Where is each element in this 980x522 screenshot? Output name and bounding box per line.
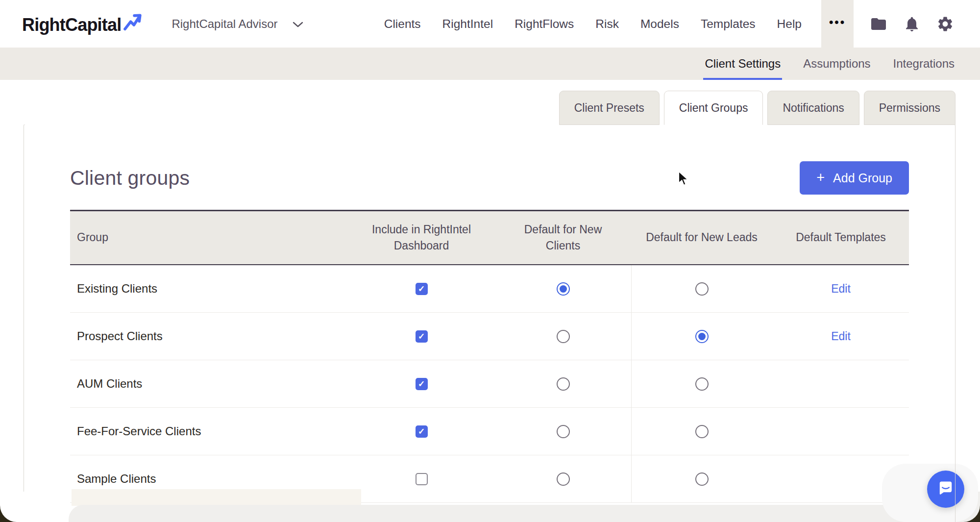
cell-default-templates: Edit [772,265,909,312]
cell-default-new-clients [495,455,631,502]
dashboard-checkbox[interactable] [416,473,428,485]
new-clients-radio[interactable] [557,330,570,343]
panel-edge-line [955,451,956,522]
cell-include-dashboard [348,455,495,502]
cell-default-new-leads [631,408,772,455]
cell-default-new-leads [631,360,772,407]
page-head: Client groups + Add Group [70,161,909,195]
next-row-peek [72,489,361,506]
table-row: Existing Clients✓Edit [70,265,909,313]
nav-link-templates[interactable]: Templates [701,17,756,31]
bell-icon[interactable] [903,15,921,33]
cell-default-new-clients [495,408,631,455]
plus-icon: + [816,171,825,185]
group-name: Existing Clients [70,282,348,296]
new-leads-radio[interactable] [695,282,709,296]
nav-link-rightflows[interactable]: RightFlows [514,17,574,31]
main-nav-links: ClientsRightIntelRightFlowsRiskModelsTem… [384,17,802,31]
cell-default-new-clients [495,360,631,407]
nav-link-risk[interactable]: Risk [595,17,619,31]
column-header-2: Default for New Clients [495,222,631,254]
new-clients-radio[interactable] [557,282,570,296]
cell-include-dashboard: ✓ [348,360,495,407]
subnav-item-integrations[interactable]: Integrations [893,48,955,80]
dashboard-checkbox[interactable]: ✓ [416,378,428,390]
nav-link-rightintel[interactable]: RightIntel [442,17,493,31]
cell-include-dashboard: ✓ [348,408,495,455]
new-leads-radio[interactable] [695,377,709,391]
overflow-menu-button[interactable]: ••• [821,0,854,48]
column-header-0: Group [70,229,348,246]
page-title: Client groups [70,167,190,190]
rightcapital-logo[interactable]: RightCapital [22,13,142,35]
edit-templates-link[interactable]: Edit [831,330,851,343]
cell-default-new-leads [631,265,772,312]
tab-notifications[interactable]: Notifications [767,91,859,125]
cell-default-templates [772,360,909,407]
group-name: Fee-For-Service Clients [70,424,348,438]
new-leads-radio[interactable] [695,472,709,486]
gear-icon[interactable] [936,15,955,33]
nav-link-clients[interactable]: Clients [384,17,421,31]
utility-icons [869,15,955,33]
subnav-item-assumptions[interactable]: Assumptions [803,48,870,80]
add-group-button[interactable]: + Add Group [800,161,909,195]
cell-include-dashboard: ✓ [348,265,495,312]
column-header-4: Default Templates [772,229,909,246]
table-header: GroupInclude in RightIntel DashboardDefa… [70,211,909,265]
new-leads-radio[interactable] [695,425,709,438]
nav-link-help[interactable]: Help [777,17,802,31]
cell-default-new-leads [631,313,772,360]
settings-subnav: Client SettingsAssumptionsIntegrations [0,48,980,80]
client-groups-table: GroupInclude in RightIntel DashboardDefa… [70,210,909,503]
tabs-bar: Client PresetsClient GroupsNotifications… [0,80,980,124]
chevron-down-icon [293,17,303,31]
tab-client-groups[interactable]: Client Groups [664,91,763,125]
column-header-3: Default for New Leads [631,229,772,246]
chat-launcher-button[interactable] [927,471,964,508]
cell-default-new-leads [631,455,772,502]
cell-include-dashboard: ✓ [348,313,495,360]
cell-default-new-clients [495,265,631,312]
dashboard-checkbox[interactable]: ✓ [416,330,428,343]
group-name: Sample Clients [70,472,348,486]
table-row: Prospect Clients✓Edit [70,313,909,360]
table-row: AUM Clients✓ [70,360,909,408]
workspace-label: RightCapital Advisor [172,17,277,31]
cell-default-templates [772,408,909,455]
client-groups-panel: Client groups + Add Group GroupInclude i… [24,124,956,522]
subnav-item-client-settings[interactable]: Client Settings [705,48,781,80]
trend-arrow-icon [122,13,142,34]
tab-client-presets[interactable]: Client Presets [559,91,660,125]
table-row: Fee-For-Service Clients✓ [70,408,909,455]
group-name: Prospect Clients [70,329,348,343]
client-groups-page: { "brand": { "logo_text": "RightCapital"… [0,0,980,522]
logo-text: RightCapital [22,15,121,35]
nav-link-models[interactable]: Models [640,17,679,31]
bottom-sheet [69,505,980,522]
cell-default-templates: Edit [772,313,909,360]
panel-content: Client groups + Add Group GroupInclude i… [24,124,955,503]
dashboard-checkbox[interactable]: ✓ [416,283,428,295]
add-group-label: Add Group [833,171,892,185]
edit-templates-link[interactable]: Edit [831,282,851,296]
workspace-selector[interactable]: RightCapital Advisor [172,17,303,31]
new-clients-radio[interactable] [557,377,570,391]
group-name: AUM Clients [70,377,348,391]
tab-permissions[interactable]: Permissions [864,91,956,125]
new-clients-radio[interactable] [557,472,570,486]
cell-default-new-clients [495,313,631,360]
tabs: Client PresetsClient GroupsNotifications… [559,91,956,125]
folder-icon[interactable] [869,15,888,33]
new-leads-radio[interactable] [695,330,709,343]
column-header-1: Include in RightIntel Dashboard [348,222,495,254]
top-nav: RightCapital RightCapital Advisor Client… [0,0,980,48]
chat-bubble-icon [936,479,955,499]
table-body: Existing Clients✓EditProspect Clients✓Ed… [70,265,909,503]
new-clients-radio[interactable] [557,425,570,438]
dashboard-checkbox[interactable]: ✓ [416,425,428,438]
